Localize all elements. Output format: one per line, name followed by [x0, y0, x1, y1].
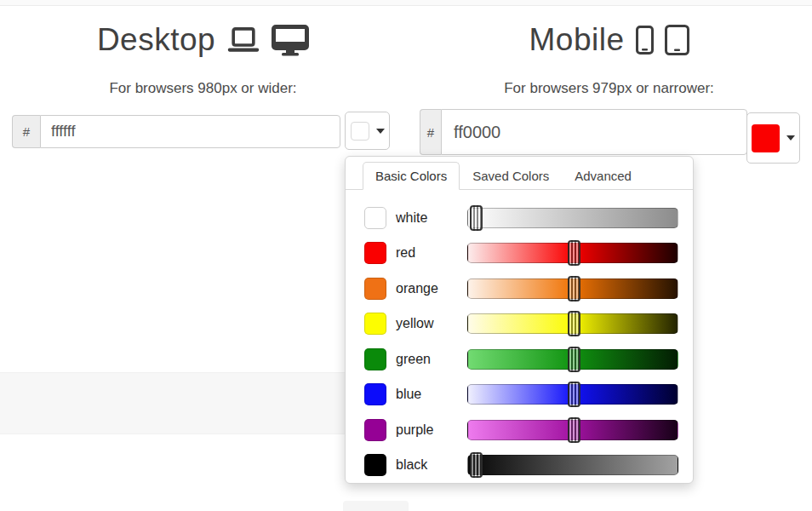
- slider-handle[interactable]: [568, 240, 580, 266]
- tab-saved-colors[interactable]: Saved Colors: [460, 162, 562, 190]
- color-swatch[interactable]: [364, 278, 386, 300]
- desktop-titlebar: Desktop: [0, 22, 406, 58]
- color-row-yellow[interactable]: yellow: [364, 307, 678, 342]
- desktop-hex-input[interactable]: [40, 115, 340, 148]
- basic-colors-list: white red orange yellow green: [346, 190, 693, 483]
- top-strip: [0, 0, 812, 6]
- desktop-current-color-swatch: [351, 122, 369, 141]
- smartphone-icon: [636, 26, 654, 55]
- lightness-slider[interactable]: [467, 208, 678, 228]
- lightness-slider[interactable]: [467, 455, 678, 475]
- mobile-hash-addon: #: [420, 109, 441, 155]
- color-swatch[interactable]: [364, 348, 386, 370]
- mobile-swatch-dropdown-button[interactable]: [746, 112, 800, 164]
- color-swatch[interactable]: [364, 383, 386, 405]
- lightness-slider[interactable]: [467, 349, 678, 370]
- lightness-slider[interactable]: [467, 278, 678, 299]
- lightness-slider[interactable]: [467, 243, 678, 263]
- color-row-orange[interactable]: orange: [364, 271, 678, 307]
- slider-handle[interactable]: [568, 347, 580, 372]
- color-label: yellow: [396, 316, 466, 331]
- lightness-slider[interactable]: [467, 384, 678, 405]
- desktop-title: Desktop: [97, 22, 215, 58]
- mobile-current-color-swatch: [752, 124, 780, 152]
- slider-handle[interactable]: [568, 276, 580, 301]
- slider-handle[interactable]: [470, 205, 483, 231]
- slider-handle[interactable]: [470, 452, 483, 478]
- below-panel-stub: [343, 501, 409, 511]
- tablet-icon: [665, 25, 689, 55]
- color-row-white[interactable]: white: [364, 200, 678, 236]
- tab-advanced[interactable]: Advanced: [562, 162, 644, 190]
- page: Desktop For browsers 980px or wider: Mob: [0, 0, 812, 511]
- color-row-purple[interactable]: purple: [364, 412, 678, 448]
- color-label: black: [396, 457, 466, 473]
- desktop-color-input-group: #: [12, 115, 340, 148]
- desktop-monitor-icon: [272, 25, 309, 56]
- laptop-icon: [226, 27, 260, 54]
- desktop-swatch-dropdown-button[interactable]: [345, 112, 390, 150]
- mobile-title: Mobile: [529, 22, 625, 58]
- mobile-titlebar: Mobile: [406, 22, 812, 58]
- color-swatch[interactable]: [364, 207, 386, 229]
- tab-basic-colors[interactable]: Basic Colors: [363, 162, 460, 190]
- color-label: green: [396, 352, 466, 367]
- desktop-hash-addon: #: [12, 115, 40, 148]
- color-label: blue: [396, 387, 466, 402]
- color-label: red: [396, 245, 466, 261]
- picker-tabs: Basic Colors Saved Colors Advanced: [346, 157, 693, 190]
- lightness-slider[interactable]: [467, 313, 678, 334]
- lightness-slider[interactable]: [467, 420, 678, 440]
- color-swatch[interactable]: [364, 242, 386, 264]
- slider-handle[interactable]: [568, 311, 580, 336]
- color-swatch[interactable]: [364, 313, 386, 335]
- color-swatch[interactable]: [364, 454, 386, 476]
- caret-down-icon: [786, 135, 795, 141]
- color-label: white: [396, 210, 466, 226]
- color-row-red[interactable]: red: [364, 236, 678, 272]
- slider-handle[interactable]: [568, 417, 580, 443]
- mobile-subtitle: For browsers 979px or narrower:: [406, 80, 812, 97]
- color-picker-popup: Basic Colors Saved Colors Advanced white…: [345, 156, 694, 484]
- color-row-green[interactable]: green: [364, 342, 678, 377]
- desktop-subtitle: For browsers 980px or wider:: [0, 80, 406, 97]
- color-swatch[interactable]: [364, 419, 386, 441]
- color-label: purple: [396, 422, 466, 438]
- slider-handle[interactable]: [568, 382, 580, 407]
- mobile-hex-input[interactable]: [441, 109, 747, 155]
- color-label: orange: [396, 281, 466, 296]
- color-row-blue[interactable]: blue: [364, 377, 678, 413]
- mobile-color-input-group: #: [420, 109, 747, 155]
- color-row-black[interactable]: black: [364, 448, 678, 484]
- caret-down-icon: [376, 129, 385, 134]
